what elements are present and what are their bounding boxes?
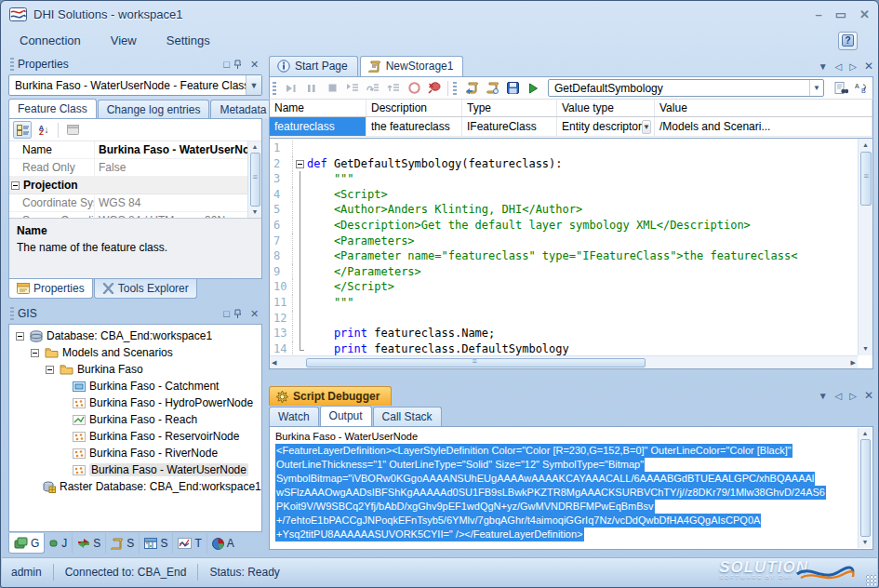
tree-item-models-scenarios[interactable]: Models and Scenarios [9,344,261,361]
scroll-thumb[interactable] [250,153,260,207]
minimize-icon[interactable]: – [816,8,822,21]
property-category-projection[interactable]: Projection [9,177,261,194]
scroll-down-icon[interactable]: ▼ [252,207,259,217]
collapse-icon[interactable] [16,332,24,341]
tab-feature-class[interactable]: Feature Class [8,99,97,119]
scroll-down-icon[interactable]: ▼ [862,344,869,354]
script-debugger-tab[interactable]: Script Debugger [269,386,392,406]
float-icon[interactable]: □ [220,58,233,72]
pin-icon[interactable] [233,309,247,319]
drag-grip[interactable] [10,307,14,320]
scroll-left-icon[interactable]: ◀ [272,358,276,368]
step-out-icon[interactable] [384,80,403,97]
property-pages-icon[interactable] [63,121,82,139]
close-panel-icon[interactable]: ✕ [864,389,873,402]
tree-item-reach[interactable]: Burkina Faso - Reach [9,411,261,428]
col-description[interactable]: Description [366,100,462,116]
toggle-breakpoint-icon[interactable] [405,80,423,97]
scroll-thumb[interactable] [306,358,645,368]
tab-menu-icon[interactable]: ▼ [819,391,828,401]
check-syntax-icon[interactable] [832,80,850,97]
tab-output[interactable]: Output [320,406,372,426]
mode-tab-gis[interactable]: G [8,533,45,554]
tab-newstorage1[interactable]: NewStorage1 [360,56,464,76]
tab-metadata[interactable]: Metadata [210,100,275,119]
pause-icon[interactable] [302,80,321,97]
maximize-icon[interactable]: ▭ [835,8,846,21]
scroll-left-icon[interactable]: ◁ [835,61,843,72]
param-description-cell[interactable]: the featureclass [366,117,462,136]
col-value-type[interactable]: Value type [557,100,655,116]
scroll-up-icon[interactable]: ▲ [862,140,869,150]
property-row-source-coordinate[interactable]: Source Coordinate WGS 84 / UTM zone 30N [9,212,261,218]
help-button[interactable]: ? [838,32,858,50]
float-icon[interactable]: □ [220,307,233,321]
param-type-cell[interactable]: IFeatureClass [462,117,557,136]
property-grid-scrollbar[interactable]: ▲ ▼ [247,141,261,218]
col-name[interactable]: Name [270,100,366,116]
col-value[interactable]: Value [655,100,872,116]
drag-grip[interactable] [273,82,276,95]
function-combo[interactable]: GetDefaultSymbology ▼ [548,79,824,97]
output-scrollbar[interactable]: ▲ ▼ [858,428,872,548]
scroll-right-icon[interactable]: ▷ [849,391,857,401]
step-over-icon[interactable] [364,80,382,97]
tree-item-database[interactable]: Database: CBA_End:workspace1 [9,327,261,344]
stop-icon[interactable] [323,80,341,97]
tab-properties[interactable]: Properties [8,279,93,299]
scroll-up-icon[interactable]: ▲ [862,429,869,438]
close-panel-icon[interactable]: ✕ [247,307,261,321]
scroll-right-icon[interactable]: ▷ [849,61,857,72]
scroll-up-icon[interactable]: ▲ [252,142,259,152]
chevron-down-icon[interactable]: ▼ [642,120,651,134]
editor-vertical-scrollbar[interactable]: ▲ ▼ [858,139,872,355]
code-area[interactable]: 1 2def GetDefaultSymbology(featureclass)… [270,139,858,355]
tab-call-stack[interactable]: Call Stack [373,407,442,426]
mode-tab-analysis[interactable]: A [207,533,239,554]
close-document-icon[interactable]: ✕ [864,60,873,73]
mode-tab-spreadsheets[interactable]: S [140,533,173,554]
tree-item-raster-database[interactable]: Raster Database: CBA_End:workspace1 [9,478,261,495]
property-row-readonly[interactable]: Read Only False [9,159,261,177]
tree-item-burkina-faso[interactable]: Burkina Faso [9,361,261,378]
find-replace-icon[interactable]: AB [852,80,871,97]
menu-connection[interactable]: Connection [5,30,96,51]
tree-item-rivernode[interactable]: Burkina Faso - RiverNode [9,445,261,461]
param-valuetype-cell[interactable]: Entity descriptor ▼ [557,117,655,136]
save-icon[interactable] [503,80,522,97]
close-icon[interactable]: ✕ [859,8,870,21]
code-editor[interactable]: 1 2def GetDefaultSymbology(featureclass)… [269,138,873,369]
scroll-thumb[interactable] [860,439,871,537]
property-row-coordinate-system[interactable]: Coordinate System WGS 84 [9,194,261,212]
import-script-icon[interactable] [483,80,501,97]
collapse-icon[interactable] [11,181,20,190]
tab-change-log[interactable]: Change log entries [98,100,210,119]
collapse-icon[interactable] [31,349,39,357]
run-script-icon[interactable] [524,80,542,97]
scroll-thumb[interactable] [860,152,872,206]
scroll-right-icon[interactable]: ▶ [851,358,856,368]
categorized-view-icon[interactable] [13,121,32,139]
tree-item-waterusernode[interactable]: Burkina Faso - WaterUserNode [9,461,261,478]
param-value-cell[interactable]: /Models and Scenari... [655,117,872,136]
step-into-icon[interactable] [343,80,362,97]
menu-settings[interactable]: Settings [152,30,225,51]
editor-horizontal-scrollbar[interactable]: ◀ ▶ [270,355,858,368]
menu-view[interactable]: View [96,30,152,51]
close-panel-icon[interactable]: ✕ [247,58,261,72]
collapse-icon[interactable] [46,366,54,374]
tree-item-reservoirnode[interactable]: Burkina Faso - ReservoirNode [9,428,261,445]
alphabetical-sort-icon[interactable]: AZ↓ [34,121,53,139]
pin-icon[interactable] [233,60,247,70]
drag-grip[interactable] [453,82,457,95]
property-row-name[interactable]: Name Burkina Faso - WaterUserNode [9,141,261,159]
feature-selector-combo[interactable]: Burkina Faso - WaterUserNode - Feature C… [8,74,262,96]
tab-start-page[interactable]: Start Page [269,56,358,76]
col-type[interactable]: Type [462,100,557,116]
parameter-row[interactable]: featureclass the featureclass IFeatureCl… [270,117,872,137]
clear-breakpoints-icon[interactable] [425,80,444,97]
resize-grip[interactable] [865,574,876,585]
mode-tab-scripts[interactable]: S [106,533,140,554]
debugger-output[interactable]: Burkina Faso - WaterUserNode <FeatureLay… [269,426,873,550]
mode-tab-scenarios[interactable]: S [73,533,106,554]
